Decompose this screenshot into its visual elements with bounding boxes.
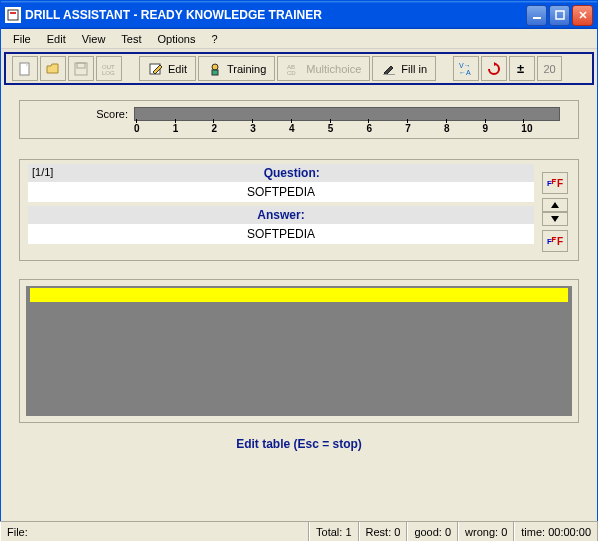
status-file: File:: [0, 522, 309, 541]
score-bar: [134, 107, 560, 121]
svg-text:±: ±: [517, 61, 524, 76]
font-icon: ꟳF: [552, 236, 563, 247]
training-mode-button[interactable]: Training: [198, 56, 275, 81]
spin-number: 20: [543, 63, 555, 75]
preview-panel: [19, 279, 579, 423]
score-panel: Score: 0 1 2 3 4 5 6 7 8 9 10: [19, 100, 579, 139]
status-wrong: wrong: 0: [458, 522, 514, 541]
sort-button[interactable]: V→←A: [453, 56, 479, 81]
svg-rect-2: [533, 17, 541, 19]
plusminus-button[interactable]: ±: [509, 56, 535, 81]
question-label: Question:: [53, 166, 530, 180]
plusminus-icon: ±: [514, 61, 530, 77]
tick: 7: [405, 123, 444, 134]
status-total: Total: 1: [309, 522, 358, 541]
menubar: File Edit View Test Options ?: [1, 29, 597, 49]
status-rest: Rest: 0: [359, 522, 408, 541]
refresh-button[interactable]: [481, 56, 507, 81]
tick: 6: [366, 123, 405, 134]
content-area: Score: 0 1 2 3 4 5 6 7 8 9 10 [1/1] Ques…: [1, 88, 597, 455]
preview-highlight: [30, 288, 568, 302]
qa-counter: [1/1]: [32, 166, 53, 180]
status-time: time: 00:00:00: [514, 522, 598, 541]
refresh-icon: [486, 61, 502, 77]
multichoice-mode-button[interactable]: ABCD Multichoice: [277, 56, 370, 81]
answer-input[interactable]: [28, 224, 534, 244]
edit-label: Edit: [168, 63, 187, 75]
sort-icon: V→←A: [458, 61, 474, 77]
tick: 1: [173, 123, 212, 134]
svg-marker-23: [551, 216, 559, 222]
svg-rect-3: [556, 11, 564, 19]
prev-button[interactable]: [542, 198, 568, 212]
svg-text:CD: CD: [287, 70, 296, 76]
window-controls: [526, 5, 593, 26]
toolbar: OUTLOG Edit Training ABCD Multichoice Fi…: [4, 52, 594, 85]
svg-rect-14: [212, 70, 218, 75]
spin-value[interactable]: 20: [537, 56, 562, 81]
qa-panel: [1/1] Question: Answer: FꟳF FꟳF: [19, 159, 579, 261]
menu-view[interactable]: View: [74, 31, 114, 47]
fillin-mode-button[interactable]: Fill in: [372, 56, 436, 81]
training-icon: [207, 61, 223, 77]
multichoice-label: Multichoice: [306, 63, 361, 75]
save-button[interactable]: [68, 56, 94, 81]
hint-text: Edit table (Esc = stop): [19, 437, 579, 451]
menu-file[interactable]: File: [5, 31, 39, 47]
new-button[interactable]: [12, 56, 38, 81]
window-title: DRILL ASSISTANT - READY KNOWLEDGE TRAINE…: [25, 8, 526, 22]
tick: 4: [289, 123, 328, 134]
tick: 9: [483, 123, 522, 134]
app-icon: [5, 7, 21, 23]
fillin-label: Fill in: [401, 63, 427, 75]
menu-options[interactable]: Options: [150, 31, 204, 47]
tick: 5: [328, 123, 367, 134]
open-folder-icon: [45, 61, 61, 77]
close-button[interactable]: [572, 5, 593, 26]
tick: 8: [444, 123, 483, 134]
answer-label: Answer:: [28, 206, 534, 224]
svg-rect-0: [8, 10, 18, 20]
minimize-button[interactable]: [526, 5, 547, 26]
tick: 10: [521, 123, 560, 134]
window-titlebar: DRILL ASSISTANT - READY KNOWLEDGE TRAINE…: [1, 1, 597, 29]
edit-icon: [148, 61, 164, 77]
maximize-button[interactable]: [549, 5, 570, 26]
menu-help[interactable]: ?: [203, 31, 225, 47]
edit-mode-button[interactable]: Edit: [139, 56, 196, 81]
fillin-icon: [381, 61, 397, 77]
question-font-button[interactable]: FꟳF: [542, 172, 568, 194]
svg-rect-17: [383, 74, 395, 75]
svg-text:V→: V→: [459, 62, 471, 69]
svg-point-13: [212, 64, 218, 70]
svg-text:←A: ←A: [459, 69, 471, 76]
answer-font-button[interactable]: FꟳF: [542, 230, 568, 252]
font-icon: ꟳF: [552, 178, 563, 189]
status-file-label: File:: [7, 526, 28, 538]
nav-updown: [542, 198, 568, 226]
svg-marker-22: [551, 202, 559, 208]
question-input[interactable]: [28, 182, 534, 202]
svg-text:LOG: LOG: [102, 70, 115, 76]
tick: 3: [250, 123, 289, 134]
new-file-icon: [17, 61, 33, 77]
svg-rect-9: [77, 63, 85, 68]
svg-rect-1: [10, 12, 16, 14]
status-good: good: 0: [407, 522, 458, 541]
tick: 2: [211, 123, 250, 134]
tick: 0: [134, 123, 173, 134]
score-label: Score:: [38, 108, 128, 120]
saveas-icon: OUTLOG: [101, 61, 117, 77]
menu-test[interactable]: Test: [113, 31, 149, 47]
score-scale: 0 1 2 3 4 5 6 7 8 9 10: [134, 123, 560, 134]
multichoice-icon: ABCD: [286, 61, 302, 77]
next-button[interactable]: [542, 212, 568, 226]
preview-area: [26, 286, 572, 416]
menu-edit[interactable]: Edit: [39, 31, 74, 47]
statusbar: File: Total: 1 Rest: 0 good: 0 wrong: 0 …: [0, 521, 598, 541]
open-button[interactable]: [40, 56, 66, 81]
save-icon: [73, 61, 89, 77]
training-label: Training: [227, 63, 266, 75]
saveas-button[interactable]: OUTLOG: [96, 56, 122, 81]
